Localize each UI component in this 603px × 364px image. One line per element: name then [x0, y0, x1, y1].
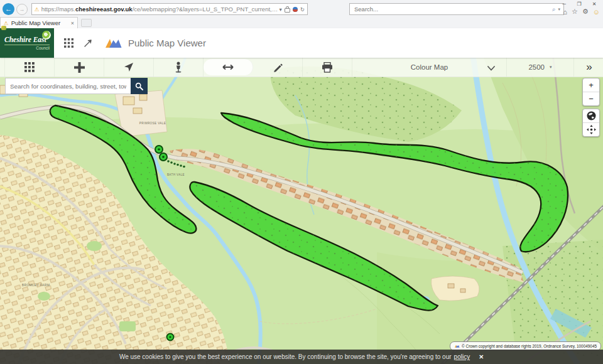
certificate-warning-icon: ⚠: [35, 6, 40, 13]
measure-distance-button[interactable]: [204, 59, 253, 75]
tab-public-map-viewer[interactable]: ⚠ Public Map Viewer ×: [0, 17, 78, 28]
search-magnifier-icon[interactable]: ⌕: [552, 6, 556, 13]
browser-chrome: ← → ⚠ https://maps.cheshireeast.gov.uk/c…: [0, 0, 603, 28]
print-button[interactable]: [303, 58, 352, 77]
scale-caret-icon: ▾: [550, 65, 552, 70]
url-scheme: https://maps.: [41, 6, 75, 13]
map-label-bromley-farm: BROMLEY FARM: [22, 283, 50, 287]
feedback-smiley-icon[interactable]: ☺: [593, 8, 600, 16]
zoom-in-button[interactable]: +: [583, 78, 599, 92]
cookie-message: We use cookies to give you the best expe…: [119, 353, 452, 360]
zoom-controls: + −: [582, 78, 600, 106]
map-viewer-logo-icon: [104, 37, 122, 49]
browser-search-box[interactable]: ⌕ ▾: [349, 3, 564, 15]
printer-icon: [322, 62, 333, 73]
browser-search-input[interactable]: [353, 5, 552, 13]
grid-icon: [24, 62, 35, 72]
globe-icon: [587, 111, 596, 120]
zoom-to-extent-button[interactable]: [55, 58, 104, 77]
overview-globe-button[interactable]: [583, 109, 599, 122]
cheshire-east-logo[interactable]: Cheshire East Council: [0, 28, 54, 58]
map-search-button[interactable]: [131, 78, 148, 94]
map-canvas[interactable]: PRIMROSE VALE BATH VALE BROMLEY FARM: [0, 58, 603, 364]
basemap-label: Colour Map: [411, 63, 448, 71]
app-header: Cheshire East Council Public Map Vi: [0, 28, 603, 58]
plus-icon: [74, 62, 85, 73]
council-sub: Council: [4, 46, 50, 50]
back-button[interactable]: ←: [3, 3, 14, 15]
new-tab-button[interactable]: [81, 19, 92, 27]
home-icon[interactable]: ⌂: [563, 8, 567, 16]
url-path: /ce/webmapping?&layers=LU_S_TPO_PNT_curr…: [133, 6, 280, 13]
location-arrow-icon: [124, 62, 134, 72]
council-emblem-icon: [42, 31, 51, 40]
pencil-icon: [273, 62, 283, 72]
street-view-button[interactable]: [154, 58, 204, 77]
forward-arrow-icon: →: [19, 6, 25, 13]
double-arrow-icon: [222, 63, 234, 71]
cookie-close-icon[interactable]: ✕: [479, 353, 484, 360]
double-chevron-right-icon: »: [586, 61, 590, 73]
favorites-bar-icon: [1, 26, 6, 30]
tab-favicon: ⚠: [4, 20, 9, 26]
refresh-icon[interactable]: ↻: [300, 6, 305, 13]
my-location-button[interactable]: [104, 58, 154, 77]
settings-gear-icon[interactable]: ⚙: [582, 8, 589, 16]
map-search: [5, 78, 148, 94]
zoom-out-button[interactable]: −: [583, 92, 599, 105]
map-nav-controls: [582, 109, 600, 137]
browser-window: ← → ⚠ https://maps.cheshireeast.gov.uk/c…: [0, 0, 603, 364]
tab-bar: ⚠ Public Map Viewer ×: [0, 17, 603, 29]
chevron-down-icon: [487, 66, 495, 71]
toolbar-expand-button[interactable]: »: [574, 58, 603, 77]
basemap-dropdown[interactable]: Colour Map: [352, 58, 507, 77]
scale-value: 2500: [528, 63, 545, 71]
tab-title: Public Map Viewer: [11, 19, 61, 26]
measure-toggle-button[interactable]: [84, 39, 92, 48]
menu-grid-button[interactable]: [64, 38, 73, 48]
cookie-banner: We use cookies to give you the best expe…: [0, 350, 603, 364]
scale-dropdown[interactable]: 2500 ▾: [507, 58, 574, 77]
lock-icon: [285, 8, 290, 13]
map-label-bath-vale: BATH VALE: [167, 173, 185, 176]
security-shield-icon: [293, 7, 298, 12]
map-toolbar: Colour Map 2500 ▾ »: [0, 58, 603, 77]
autocomplete-caret-icon[interactable]: ▾: [280, 6, 282, 13]
street-view-person-icon: [174, 62, 183, 73]
page-title: Public Map Viewer: [128, 38, 206, 48]
diagonal-arrow-icon: [84, 39, 92, 48]
address-bar[interactable]: ⚠ https://maps.cheshireeast.gov.uk/ce/we…: [31, 3, 308, 15]
forward-button[interactable]: →: [16, 4, 28, 15]
map-label-primrose-vale: PRIMROSE VALE: [139, 122, 166, 125]
favorites-star-icon[interactable]: ☆: [572, 8, 578, 16]
map-image[interactable]: PRIMROSE VALE BATH VALE BROMLEY FARM: [0, 58, 603, 364]
magnifier-icon: [135, 82, 143, 90]
back-arrow-icon: ←: [5, 6, 12, 13]
pan-button[interactable]: [583, 122, 599, 136]
pan-arrows-icon: [587, 125, 596, 134]
draw-button[interactable]: [253, 58, 303, 77]
tab-close-icon[interactable]: ×: [71, 20, 74, 26]
map-search-input[interactable]: [5, 78, 131, 94]
os-logo-icon: [454, 344, 460, 348]
address-row: ← → ⚠ https://maps.cheshireeast.gov.uk/c…: [0, 0, 603, 17]
cookie-policy-link[interactable]: policy: [454, 353, 470, 360]
url-domain: cheshireeast.gov.uk: [75, 6, 133, 13]
attribution-text: © Crown copyright and database rights 20…: [462, 344, 597, 348]
layers-grid-button[interactable]: [4, 58, 55, 77]
grid-icon: [64, 38, 73, 48]
